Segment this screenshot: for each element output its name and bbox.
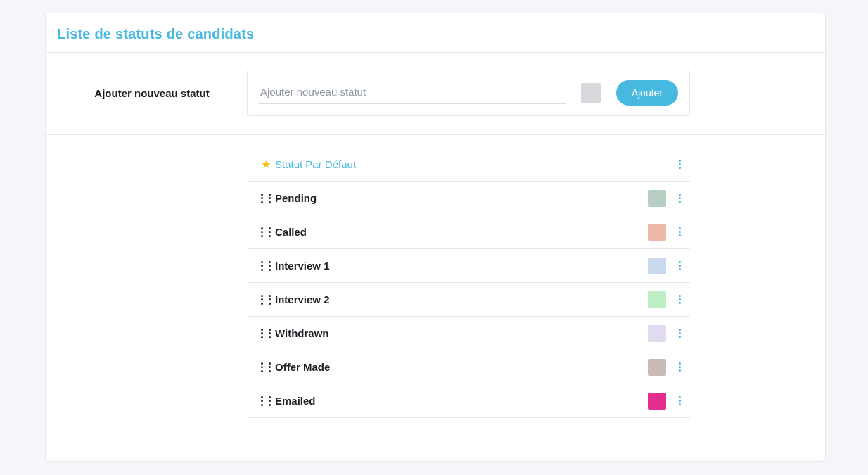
drag-handle-icon[interactable] <box>261 261 271 271</box>
default-status-label: Statut Par Défaut <box>275 158 672 170</box>
more-vertical-icon <box>679 227 681 236</box>
status-more-button[interactable] <box>672 188 687 209</box>
status-color-swatch[interactable] <box>648 291 666 308</box>
status-more-button[interactable] <box>672 391 687 412</box>
drag-handle-icon[interactable] <box>261 227 271 237</box>
more-vertical-icon <box>679 261 681 270</box>
list-spacer <box>57 148 247 418</box>
status-row: Called <box>247 215 690 249</box>
status-label: Emailed <box>275 395 648 407</box>
status-color-swatch[interactable] <box>648 325 666 342</box>
status-row: Withdrawn <box>247 317 690 350</box>
default-status-row: ★ Statut Par Défaut <box>247 148 690 182</box>
status-more-button[interactable] <box>672 323 687 344</box>
more-vertical-icon <box>679 329 681 338</box>
more-vertical-icon <box>679 362 681 372</box>
page-title: Liste de statuts de candidats <box>57 26 814 42</box>
status-color-swatch[interactable] <box>648 224 666 241</box>
status-label: Withdrawn <box>275 327 648 339</box>
status-label: Interview 1 <box>275 260 648 272</box>
status-label: Called <box>275 226 648 238</box>
status-row: Interview 2 <box>247 283 690 317</box>
more-vertical-icon <box>679 295 681 304</box>
more-vertical-icon <box>679 194 681 203</box>
default-status-more-button[interactable] <box>672 154 687 175</box>
status-list-card: Liste de statuts de candidats Ajouter no… <box>45 13 826 462</box>
more-vertical-icon <box>679 160 681 169</box>
add-status-color-swatch[interactable] <box>581 83 601 103</box>
status-row: Pending <box>247 182 690 215</box>
status-list-section: ★ Statut Par Défaut Pending <box>46 135 825 418</box>
star-icon: ★ <box>261 158 271 171</box>
add-status-label: Ajouter nouveau statut <box>94 87 209 99</box>
status-more-button[interactable] <box>672 222 687 243</box>
add-status-input[interactable] <box>259 82 566 104</box>
add-status-button[interactable]: Ajouter <box>616 80 678 106</box>
status-color-swatch[interactable] <box>648 359 666 376</box>
drag-handle-icon[interactable] <box>261 295 271 305</box>
status-color-swatch[interactable] <box>648 258 666 274</box>
status-label: Pending <box>275 192 648 204</box>
drag-handle-icon[interactable] <box>261 362 271 372</box>
drag-handle-icon[interactable] <box>261 396 271 406</box>
more-vertical-icon <box>679 396 681 405</box>
add-label-wrap: Ajouter nouveau statut <box>57 87 247 99</box>
status-row: Interview 1 <box>247 249 690 283</box>
status-list: ★ Statut Par Défaut Pending <box>247 148 690 418</box>
status-more-button[interactable] <box>672 289 687 310</box>
status-color-swatch[interactable] <box>648 393 666 410</box>
drag-handle-icon[interactable] <box>261 329 271 338</box>
status-more-button[interactable] <box>672 357 687 378</box>
drag-handle-icon[interactable] <box>261 194 271 203</box>
add-status-box: Ajouter <box>247 70 690 116</box>
add-status-section: Ajouter nouveau statut Ajouter <box>46 53 825 135</box>
status-label: Interview 2 <box>275 293 648 305</box>
status-color-swatch[interactable] <box>648 190 666 207</box>
status-row: Emailed <box>247 384 690 418</box>
card-header: Liste de statuts de candidats <box>46 13 825 53</box>
status-label: Offer Made <box>275 361 648 373</box>
status-row: Offer Made <box>247 350 690 384</box>
status-more-button[interactable] <box>672 255 687 277</box>
